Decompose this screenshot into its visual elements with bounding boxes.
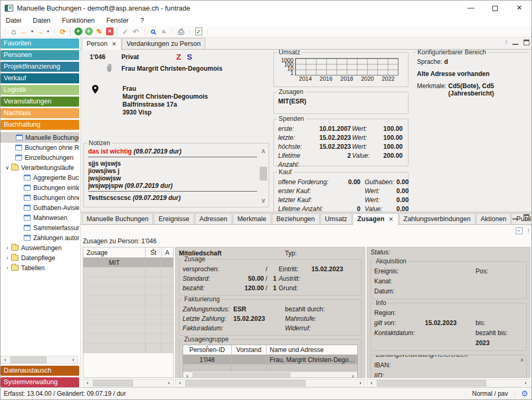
panel-maximize-icon[interactable] — [524, 214, 529, 220]
refresh-button[interactable]: ⟳ — [58, 26, 68, 37]
scroll-left-icon[interactable]: ‹ — [83, 379, 92, 387]
sidebar-section-logistik[interactable]: Logistik — [1, 85, 79, 95]
minimize-button[interactable]: — — [459, 1, 483, 15]
scroll-right-icon[interactable]: › — [165, 379, 173, 387]
sidebar-section-veranstaltungen[interactable]: Veranstaltungen — [1, 97, 79, 107]
forward-button[interactable]: → — [35, 26, 45, 37]
scroll-right-icon[interactable]: › — [356, 379, 365, 387]
forward-dropdown-icon[interactable]: ▾ — [45, 26, 51, 37]
delete-button[interactable]: ✕ — [104, 26, 115, 37]
tree-item-verarbeitungslaeufe[interactable]: ∨Verarbeitungsläufe — [1, 163, 79, 173]
panel-minimize-icon[interactable] — [512, 215, 518, 220]
zusagen-list-row-empty[interactable] — [83, 334, 173, 344]
scrollbar-thumb[interactable] — [93, 380, 133, 386]
scrollbar-thumb[interactable] — [11, 357, 46, 363]
scroll-up-icon[interactable]: ∧ — [520, 357, 524, 363]
sidebar-section-nachlass[interactable]: Nachlass — [1, 108, 79, 118]
zusagen-list-row-empty[interactable] — [83, 268, 173, 277]
zusagengruppe-row-empty[interactable] — [183, 365, 357, 372]
column-zusage[interactable]: Zusage — [83, 247, 146, 258]
tree-item-zahlungen-automatisch[interactable]: Zahlungen automat — [1, 233, 79, 243]
tree-item-aggregierte-buchungen[interactable]: Aggregierte Buchun — [1, 173, 79, 183]
confirm-button[interactable]: ✓ — [120, 26, 130, 37]
tree-item-mahnwesen[interactable]: Mahnwesen — [1, 213, 79, 223]
tab-manuelle-buchungen[interactable]: Manuelle Buchungen — [82, 213, 153, 224]
tree-item-buchungen-ohne-referenz[interactable]: Buchungen ohne Refe — [1, 142, 79, 153]
chevron-down-icon[interactable]: ∨ — [4, 165, 11, 170]
zusagengruppe-row[interactable]: 1'046 Frau, Margrit Christen-Degoumois, … — [183, 355, 357, 365]
home-button[interactable]: ⌂ — [8, 26, 19, 37]
panel-maximize-icon[interactable] — [524, 40, 529, 45]
add-button[interactable]: + — [73, 26, 83, 37]
paperclip-icon[interactable] — [106, 64, 113, 74]
export-button[interactable] — [193, 26, 204, 37]
tab-zahlungsverbindungen[interactable]: Zahlungsverbindungen — [399, 213, 476, 224]
collapse-icon[interactable]: − — [516, 227, 522, 234]
zusagengruppe-hscrollbar[interactable]: ‹ › — [183, 372, 357, 378]
tab-merkmale[interactable]: Merkmale — [233, 213, 271, 224]
column-a[interactable]: A — [162, 247, 173, 258]
sidebar-section-projektfinanzierung[interactable]: Projektfinanzierung — [1, 62, 79, 72]
zusagen-list-row-empty[interactable] — [83, 296, 173, 306]
panel-minimize-icon[interactable] — [512, 41, 518, 45]
scroll-right-icon[interactable]: › — [349, 373, 357, 378]
scrollbar-thumb[interactable] — [193, 373, 290, 378]
edit-button[interactable]: ✎ — [94, 26, 104, 37]
menu-datei[interactable]: Datei — [6, 17, 21, 24]
panel-menu-icon[interactable]: ⁝ — [528, 227, 530, 234]
tab-beziehungen[interactable]: Beziehungen — [272, 213, 320, 224]
close-tab-icon[interactable]: ✕ — [388, 216, 393, 223]
tab-aktionen[interactable]: Aktionen — [476, 213, 511, 224]
sidebar-section-favoriten[interactable]: Favoriten — [1, 39, 79, 49]
menu-funktionen[interactable]: Funktionen — [62, 17, 95, 24]
tab-zusagen[interactable]: Zusagen✕ — [353, 213, 398, 225]
chevron-right-icon[interactable]: › — [4, 265, 11, 271]
panel-menu-icon[interactable]: ⁝ — [506, 39, 508, 46]
status-detail-hscrollbar[interactable]: ‹ › — [367, 379, 530, 387]
scroll-right-icon[interactable]: › — [69, 356, 78, 364]
column-vorstand[interactable]: Vorstand — [232, 345, 267, 355]
scrollbar-thumb[interactable] — [377, 380, 486, 386]
scroll-right-icon[interactable]: › — [521, 379, 530, 387]
zusagen-list-row-empty[interactable] — [83, 306, 173, 315]
tab-verdankungen-zu-person[interactable]: Verdankungen zu Person — [122, 38, 205, 49]
zusagen-list-row-empty[interactable] — [83, 315, 173, 325]
back-dropdown-icon[interactable]: ▾ — [30, 26, 35, 37]
scroll-left-icon[interactable]: ‹ — [367, 379, 376, 387]
zusagen-list-row[interactable]: MIT — [83, 258, 173, 268]
settings-gear-icon[interactable]: ⚙ — [521, 389, 528, 398]
zusagen-list-header[interactable]: Zusage ^St A — [83, 247, 173, 258]
sidebar-section-buchhaltung[interactable]: Buchhaltung — [1, 120, 79, 130]
scroll-left-icon[interactable]: ‹ — [1, 356, 10, 364]
zusagengruppe-header[interactable]: ^Personen-ID Vorstand Name und Adresse — [183, 345, 357, 355]
tree-item-tabellen[interactable]: ›Tabellen — [1, 263, 79, 273]
tree-item-guthaben-avisierung[interactable]: Guthaben-Avisierun — [1, 203, 79, 213]
close-tab-icon[interactable]: ✕ — [112, 41, 117, 47]
tree-item-buchungen-einlesen[interactable]: Buchungen einlese — [1, 183, 79, 193]
zahlung-vscrollbar[interactable]: ∧ ∨ — [519, 357, 525, 378]
tab-adressen[interactable]: Adressen — [195, 213, 232, 224]
search-secondary-button[interactable] — [158, 26, 169, 37]
scroll-down-icon[interactable]: ∨ — [261, 196, 266, 205]
tree-item-buchungen-ohne-r[interactable]: Buchungen ohne R — [1, 193, 79, 203]
tree-item-manuelle-buchungen[interactable]: Manuelle Buchungen — [1, 132, 79, 142]
detail-hscrollbar[interactable]: ‹ › — [175, 379, 365, 387]
scrollbar-thumb[interactable] — [185, 380, 306, 386]
tab-ereignisse[interactable]: Ereignisse — [154, 213, 194, 224]
sidebar-section-systemverwaltung[interactable]: Systemverwaltung — [1, 377, 79, 387]
sidebar-horizontal-scrollbar[interactable]: ‹ › — [1, 356, 78, 364]
undo-button[interactable]: ↶ — [130, 26, 141, 37]
scroll-left-icon[interactable]: ‹ — [183, 373, 192, 378]
zusagen-list-row-empty[interactable] — [83, 287, 173, 296]
tree-item-sammelerfassung[interactable]: Sammelerfassung S — [1, 223, 79, 233]
scrollbar-thumb[interactable] — [260, 167, 267, 181]
maximize-button[interactable] — [483, 1, 507, 15]
chevron-right-icon[interactable]: › — [4, 245, 11, 251]
scroll-left-icon[interactable]: ‹ — [176, 379, 184, 387]
notizen-scrollbar[interactable]: ∧ ∨ — [259, 147, 268, 205]
tab-umsatz[interactable]: Umsatz — [320, 213, 352, 224]
menu-hilfe[interactable]: ? — [140, 17, 144, 24]
menu-daten[interactable]: Daten — [33, 17, 50, 24]
notizen-content[interactable]: das ist wichtig (09.07.2019 dur) sjjs wj… — [88, 148, 257, 205]
add-copy-button[interactable]: + — [83, 26, 94, 37]
